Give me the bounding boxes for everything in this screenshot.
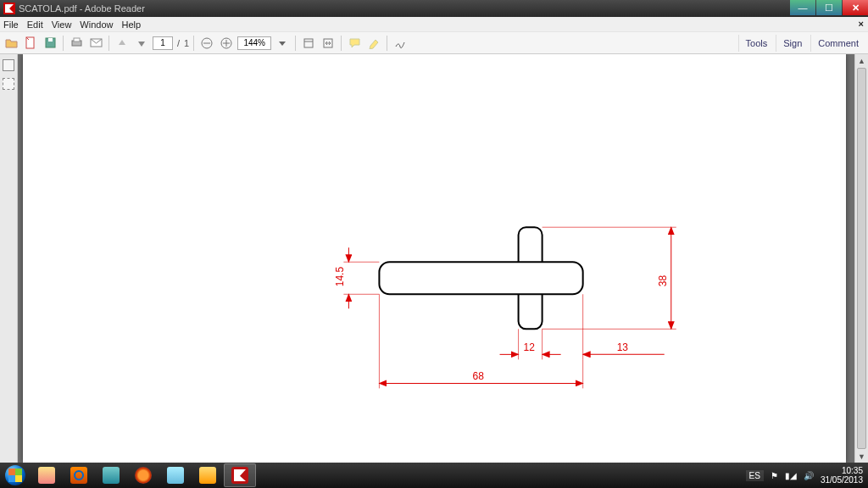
- thumbnails-icon[interactable]: [3, 59, 14, 71]
- menubar: File Edit View Window Help ×: [0, 17, 868, 32]
- toolbar-left: 1 / 1 144%: [3, 35, 409, 52]
- tray-network-icon[interactable]: ▮◢: [785, 471, 797, 480]
- language-indicator[interactable]: ES: [746, 470, 764, 481]
- tools-panel-button[interactable]: Tools: [738, 35, 775, 52]
- highlight-button[interactable]: [365, 35, 382, 52]
- separator: [341, 36, 342, 51]
- taskbar-adobe-reader[interactable]: [224, 463, 256, 487]
- work-area: 14.5 38 12 13 68: [0, 54, 868, 463]
- taskbar: ES ⚑ ▮◢ 🔊 10:35 31/05/2013: [0, 463, 868, 488]
- document-close-button[interactable]: ×: [859, 19, 864, 29]
- pictures-icon: [103, 467, 120, 484]
- fit-width-button[interactable]: [320, 35, 337, 52]
- separator: [295, 36, 296, 51]
- taskbar-outlook[interactable]: [192, 463, 224, 487]
- dim-total-width: 68: [473, 370, 485, 382]
- svg-rect-11: [304, 39, 313, 47]
- firefox-icon: [135, 467, 152, 484]
- zoom-in-button[interactable]: [218, 35, 235, 52]
- dim-tab-width: 12: [524, 341, 536, 353]
- navigation-pane: [0, 54, 18, 463]
- tray-flag-icon[interactable]: ⚑: [771, 471, 778, 480]
- vertical-scrollbar[interactable]: ▲ ▼: [854, 54, 868, 463]
- outlook-icon: [199, 467, 216, 484]
- tray-date: 31/05/2013: [821, 475, 863, 485]
- separator: [63, 36, 64, 51]
- page-up-button[interactable]: [114, 35, 131, 52]
- scroll-thumb[interactable]: [857, 68, 866, 449]
- mediaplayer-icon: [70, 467, 87, 484]
- page-canvas: 14.5 38 12 13 68: [23, 54, 846, 463]
- window-title: SCATOLA.pdf - Adobe Reader: [19, 3, 145, 14]
- email-button[interactable]: [87, 35, 104, 52]
- close-button[interactable]: ✕: [843, 0, 868, 15]
- menu-file[interactable]: File: [3, 19, 19, 30]
- technical-drawing: 14.5 38 12 13 68: [23, 54, 846, 463]
- app-icon: [3, 3, 15, 14]
- scroll-up-icon[interactable]: ▲: [855, 54, 868, 67]
- windows-orb-icon: [5, 465, 25, 485]
- taskbar-firefox[interactable]: [127, 463, 159, 487]
- comment-panel-button[interactable]: Comment: [810, 35, 865, 52]
- comment-bubble-button[interactable]: [346, 35, 363, 52]
- zoom-out-button[interactable]: [198, 35, 215, 52]
- document-area[interactable]: 14.5 38 12 13 68: [18, 54, 854, 463]
- tray-volume-icon[interactable]: 🔊: [804, 471, 814, 480]
- svg-rect-2: [48, 38, 53, 42]
- menu-edit[interactable]: Edit: [27, 19, 43, 30]
- adobe-icon: [231, 467, 248, 484]
- dim-height-bar: 14.5: [334, 267, 346, 287]
- zoom-input[interactable]: 144%: [237, 36, 271, 50]
- create-pdf-button[interactable]: [22, 35, 39, 52]
- page-separator: /: [175, 38, 181, 48]
- dim-height-total: 38: [657, 275, 669, 287]
- menu-view[interactable]: View: [52, 19, 72, 30]
- sign-toolbar-button[interactable]: [392, 35, 409, 52]
- menu-help[interactable]: Help: [121, 19, 141, 30]
- toolbar-right: Tools Sign Comment: [738, 35, 865, 52]
- explorer-icon: [38, 467, 55, 484]
- separator: [387, 36, 387, 51]
- taskbar-pictures[interactable]: [95, 463, 127, 487]
- page-down-button[interactable]: [133, 35, 150, 52]
- svg-rect-4: [74, 38, 80, 42]
- window-buttons: — ☐ ✕: [789, 0, 868, 15]
- start-button[interactable]: [0, 463, 31, 488]
- menu-window[interactable]: Window: [80, 19, 113, 30]
- open-button[interactable]: [3, 35, 19, 52]
- scroll-down-icon[interactable]: ▼: [855, 450, 868, 463]
- zoom-dropdown[interactable]: [274, 35, 291, 52]
- tray-time: 10:35: [821, 466, 863, 475]
- minimize-button[interactable]: —: [790, 0, 815, 15]
- titlebar: SCATOLA.pdf - Adobe Reader — ☐ ✕: [0, 0, 868, 17]
- page-number-input[interactable]: 1: [153, 36, 173, 50]
- print-button[interactable]: [68, 35, 85, 52]
- dim-gap-width: 13: [617, 341, 629, 353]
- taskbar-messenger[interactable]: [159, 463, 192, 487]
- tray-clock[interactable]: 10:35 31/05/2013: [821, 466, 863, 485]
- maximize-button[interactable]: ☐: [816, 0, 842, 15]
- toolbar: 1 / 1 144% Tools Sign Comment: [0, 32, 868, 54]
- separator: [108, 36, 109, 51]
- system-tray: ES ⚑ ▮◢ 🔊 10:35 31/05/2013: [746, 466, 868, 485]
- sign-panel-button[interactable]: Sign: [776, 35, 809, 52]
- fit-page-button[interactable]: [300, 35, 317, 52]
- page-total: 1: [184, 38, 189, 48]
- taskbar-mediaplayer[interactable]: [63, 463, 95, 487]
- save-button[interactable]: [42, 35, 58, 52]
- attachments-icon[interactable]: [3, 78, 14, 90]
- separator: [193, 36, 194, 51]
- messenger-icon: [167, 467, 184, 484]
- taskbar-explorer[interactable]: [31, 463, 63, 487]
